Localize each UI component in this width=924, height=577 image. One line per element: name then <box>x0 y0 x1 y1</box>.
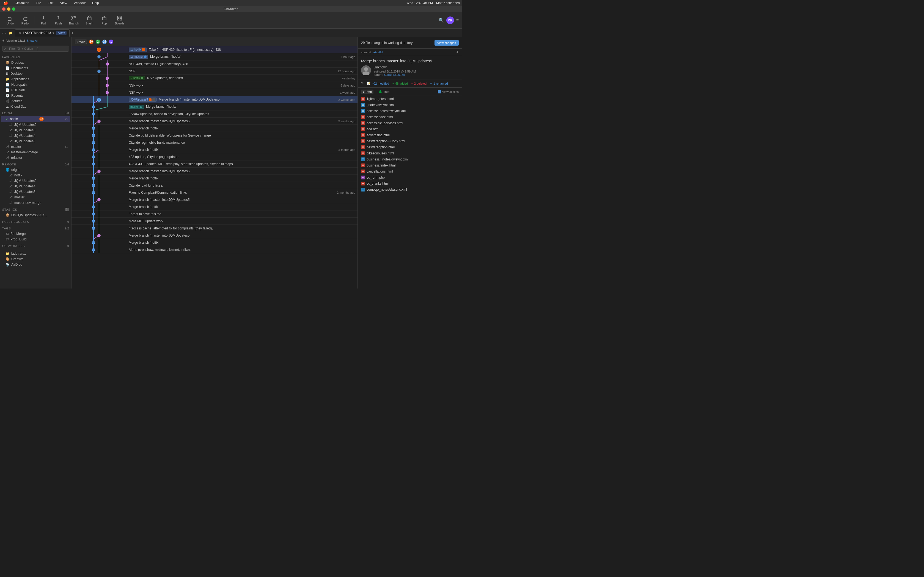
remote-header[interactable]: REMOTE 6/6 <box>0 161 71 167</box>
view-changes-button[interactable]: View changes <box>435 40 459 46</box>
tags-header[interactable]: TAGS 2/2 <box>0 226 71 231</box>
file-item-13[interactable]: H cancellations.html <box>358 168 462 174</box>
commit-row-23[interactable]: Merge branch 'hotfix' <box>71 203 357 211</box>
menu-file[interactable]: File <box>35 1 42 5</box>
sidebar-item-pdf[interactable]: 📄 PDF Nati... <box>1 87 70 93</box>
file-item-7[interactable]: H advertising.html <box>358 132 462 138</box>
commit-row-16[interactable]: 423 update, Cityride page updates <box>71 153 357 160</box>
local-header[interactable]: LOCAL 8/8 <box>0 110 71 116</box>
apple-menu[interactable]: 🍎 <box>2 1 9 5</box>
menu-view[interactable]: View <box>59 1 68 5</box>
repo-tab[interactable]: ✕ LADOTMobile2013 ▾ hotfix <box>15 29 69 37</box>
commit-row-21[interactable]: Fixes to Complaint/Commendation links 2 … <box>71 189 357 196</box>
commit-row-2[interactable]: ⎇ master Merge branch 'hotfix' 1 hour ag… <box>71 53 357 60</box>
commit-row-14[interactable]: Cityride reg mobile build, maintenance <box>71 139 357 146</box>
sidebar-item-airdrop[interactable]: 📡 AirDrop <box>1 262 70 268</box>
download-icon[interactable]: ⬇ <box>456 50 459 54</box>
undo-button[interactable]: Undo <box>3 14 17 26</box>
commit-row-29[interactable]: Alerts (crenshaw, midtown, leimert, stri… <box>71 246 357 253</box>
commit-row-28[interactable]: Merge branch 'hotfix' <box>71 239 357 246</box>
menu-gitkraken[interactable]: GitKraken <box>13 1 30 5</box>
commit-row-24[interactable]: Forgot to save this too, <box>71 211 357 218</box>
file-item-9[interactable]: H bestfareoption.html <box>358 144 462 150</box>
tree-view-option[interactable]: 🌲 Tree <box>377 89 391 94</box>
boards-button[interactable]: Boards <box>112 14 127 26</box>
view-all-checkbox[interactable]: ✓ <box>438 90 441 93</box>
sidebar-item-jqmupdates5[interactable]: ⎇ JQMUpdates5 <box>1 139 70 144</box>
commit-row-3[interactable]: NSP 439, fixes to LF (unnecessary), 438 <box>71 60 357 68</box>
pull-requests-header[interactable]: PULL REQUESTS 0 <box>0 219 71 224</box>
file-item-1[interactable]: H 1gitmergetest.html <box>358 96 462 102</box>
sidebar-item-neuropath[interactable]: 📄 Neuropath... <box>1 82 70 87</box>
commit-row-12[interactable]: Merge branch 'hotfix' <box>71 125 357 132</box>
commit-row-8-selected[interactable]: JQMUpdates5 Merge branch 'master' into J… <box>71 96 357 103</box>
sidebar-item-origin-hotfix[interactable]: ⎇ hotfix <box>1 172 70 178</box>
sidebar-item-icloud[interactable]: ☁ iCloud D... <box>1 104 70 110</box>
sidebar-item-recents[interactable]: 🕐 Recents <box>1 93 70 98</box>
commit-row-18[interactable]: Merge branch 'master' into JQMUpdates5 <box>71 168 357 175</box>
commit-row-13[interactable]: Cityride build deliverable, Wordpress fo… <box>71 132 357 139</box>
maximize-button[interactable] <box>12 7 15 11</box>
forward-arrow[interactable]: › <box>5 31 6 35</box>
sidebar-item-origin[interactable]: 🌐 origin <box>1 167 70 172</box>
commit-row-15[interactable]: Merge branch 'hotfix' a month ago <box>71 146 357 153</box>
sidebar-item-jqm-updates2[interactable]: ⎇ JQM-Updates2 <box>1 122 70 127</box>
user-avatar[interactable]: MK <box>446 16 454 24</box>
sidebar-item-origin-jqm2[interactable]: ⎇ JQM-Updates2 <box>1 178 70 184</box>
file-item-14[interactable]: P cc_form.php <box>358 174 462 181</box>
file-item-4[interactable]: H access/index.html <box>358 114 462 120</box>
sidebar-item-dropbox[interactable]: 📦 Dropbox <box>1 60 70 65</box>
close-button[interactable] <box>2 7 5 11</box>
search-input[interactable] <box>2 46 69 52</box>
favorites-header[interactable]: Favorites <box>0 55 71 60</box>
file-item-11[interactable]: X business/_notes/dwsync.xml <box>358 156 462 163</box>
file-item-10[interactable]: H bikesonbuses.html <box>358 150 462 156</box>
sidebar-item-master[interactable]: ⎇ master 6↓ <box>1 144 70 150</box>
redo-button[interactable]: Redo <box>18 14 32 26</box>
sidebar-item-stash-jqm[interactable]: 📦 On JQMUpdates5: Aut... <box>1 213 70 218</box>
sidebar-item-jqmupdates4[interactable]: ⎇ JQMUpdates4 <box>1 133 70 139</box>
show-all-btn[interactable]: Show All <box>27 39 38 42</box>
file-item-6[interactable]: H ada.html <box>358 126 462 132</box>
commit-row-25[interactable]: More MFT Update work <box>71 218 357 225</box>
sidebar-item-tag-prod[interactable]: 🏷 Prod_Build <box>1 237 70 242</box>
commit-row-6[interactable]: NSP work 6 days ago <box>71 82 357 89</box>
path-view-option[interactable]: ≡ Path <box>361 90 373 94</box>
file-item-16[interactable]: X cemovp/_notes/dwsync.xml <box>358 187 462 193</box>
commit-row-19[interactable]: Merge branch 'hotfix' <box>71 175 357 182</box>
commit-row-5[interactable]: ✓ hotfix 🖥 NSP Updates, rider alert yest… <box>71 75 357 82</box>
back-arrow[interactable]: ‹ <box>2 31 3 35</box>
commit-row-11[interactable]: Merge branch 'master' into JQMUpdates5 3… <box>71 118 357 125</box>
sidebar-item-origin-master-dev[interactable]: ⎇ master-dev-merge <box>1 200 70 206</box>
sidebar-item-origin-jqm5[interactable]: ⎇ JQMUpdates5 <box>1 189 70 195</box>
menu-icon[interactable]: ≡ <box>456 18 459 23</box>
pull-button[interactable]: Pull <box>37 14 50 26</box>
sidebar-item-jqmupdates3[interactable]: ⎇ JQMUpdates3 <box>1 127 70 133</box>
sidebar-item-documents[interactable]: 📄 Documents <box>1 65 70 71</box>
sidebar-item-ladotran[interactable]: 📁 ladotran... <box>1 251 70 256</box>
sidebar-item-creative[interactable]: 🎨 Creative <box>1 256 70 262</box>
commit-row-27[interactable]: Merge branch 'master' into JQMUpdates5 <box>71 232 357 239</box>
file-item-5[interactable]: H accessible_services.html <box>358 120 462 126</box>
commit-row-20[interactable]: Cityride load fund fixes, <box>71 182 357 189</box>
menu-help[interactable]: Help <box>91 1 100 5</box>
sidebar-item-master-dev-merge[interactable]: ⎇ master-dev-merge <box>1 150 70 155</box>
sidebar-item-desktop[interactable]: 🖥 Desktop <box>1 71 70 76</box>
file-item-12[interactable]: H business/index.html <box>358 163 462 168</box>
commit-row-7[interactable]: NSP work a week ago <box>71 89 357 96</box>
sidebar-item-pictures[interactable]: 🖼 Pictures <box>1 98 70 104</box>
file-item-8[interactable]: H bestfareoption - Copy.html <box>358 138 462 144</box>
tab-close-icon[interactable]: ✕ <box>19 32 21 35</box>
file-item-2[interactable]: X _notes/dwsync.xml <box>358 102 462 108</box>
sidebar-item-origin-master[interactable]: ⎇ master <box>1 195 70 200</box>
stash-button[interactable]: Stash <box>82 14 96 26</box>
sidebar-item-origin-jqm4[interactable]: ⎇ JQMUpdates4 <box>1 184 70 189</box>
commit-row-10[interactable]: LANow updated, added to navigation, City… <box>71 110 357 118</box>
search-icon[interactable]: 🔍 <box>439 18 444 23</box>
sidebar-item-tag-badmerge[interactable]: 🏷 BadMerge <box>1 231 70 237</box>
minimize-button[interactable] <box>7 7 10 11</box>
file-item-3[interactable]: X access/_notes/dwsync.xml <box>358 108 462 114</box>
branch-button[interactable]: Branch <box>66 14 81 26</box>
commit-row-22[interactable]: Merge branch 'master' into JQMUpdates5 <box>71 196 357 203</box>
submodules-header[interactable]: SUBMODULES 0 <box>0 243 71 249</box>
